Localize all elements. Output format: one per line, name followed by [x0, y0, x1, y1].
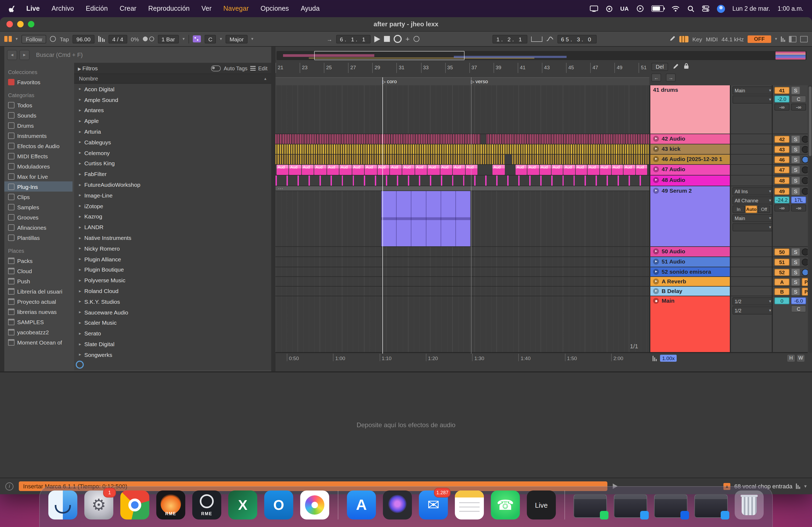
sidebar-category-item[interactable]: Drums: [4, 120, 73, 131]
auto-tags-toggle[interactable]: [211, 65, 221, 71]
pan-field[interactable]: 17L: [791, 196, 806, 204]
sidebar-place-item[interactable]: Moment Ocean of: [4, 337, 73, 347]
menu-item[interactable]: Crear: [119, 5, 136, 12]
sidebar-place-item[interactable]: Proyecto actual: [4, 296, 73, 306]
nudge-left-button[interactable]: [651, 74, 661, 81]
plugin-list-item[interactable]: Serato: [74, 328, 271, 339]
sidebar-item-favoritos[interactable]: Favoritos: [4, 77, 73, 87]
draw-mode-icon[interactable]: [670, 35, 676, 42]
audio-clip[interactable]: Aud: [564, 165, 575, 175]
clip-lane[interactable]: [276, 277, 649, 286]
monitor-off-button[interactable]: Off: [758, 206, 770, 213]
clip-lane[interactable]: ...: [276, 186, 649, 246]
sidebar-place-item[interactable]: Packs: [4, 255, 73, 266]
zoom-value[interactable]: 1.00x: [660, 355, 677, 362]
track-header[interactable]: 51 Audio: [650, 257, 730, 267]
audio-clip[interactable]: Aud: [315, 165, 327, 175]
plugin-list-item[interactable]: Polyverse Music: [74, 275, 271, 286]
dock-finder-icon[interactable]: [48, 491, 77, 520]
locator-coro[interactable]: coro: [382, 78, 397, 84]
groove-amount-field[interactable]: 0%: [131, 36, 139, 42]
audio-clip[interactable]: Aud: [612, 165, 623, 175]
now-playing-icon[interactable]: [636, 5, 644, 12]
audio-clip[interactable]: Aud: [415, 165, 427, 175]
solo-button[interactable]: S: [791, 288, 800, 296]
track-header[interactable]: 47 Audio: [650, 165, 730, 175]
clip-lane[interactable]: [276, 85, 649, 134]
vertical-scrollbar[interactable]: [808, 85, 812, 353]
locator-verso[interactable]: verso: [471, 78, 488, 84]
plugin-list-item[interactable]: iZotope: [74, 201, 271, 211]
sidebar-category-item[interactable]: Sounds: [4, 110, 73, 120]
audio-clip[interactable]: Aud: [539, 165, 551, 175]
audio-clip[interactable]: Aud: [365, 165, 377, 175]
wifi-icon[interactable]: [671, 5, 680, 12]
input-routing-chooser[interactable]: All Ins: [733, 187, 772, 195]
track-header[interactable]: 50 Audio: [650, 247, 730, 257]
track-header[interactable]: 48 Audio: [650, 176, 730, 186]
arm-button[interactable]: [802, 269, 808, 276]
track-header[interactable]: A Reverb: [650, 277, 730, 286]
track-activator[interactable]: 41: [774, 87, 789, 94]
solo-button[interactable]: S: [791, 278, 800, 286]
menu-item[interactable]: Navegar: [223, 5, 249, 12]
menu-item[interactable]: Ayuda: [301, 5, 320, 12]
dock-trash-icon[interactable]: [735, 491, 764, 520]
plugin-list-item[interactable]: Sauceware Audio: [74, 307, 271, 317]
arm-button[interactable]: [802, 166, 808, 174]
insert-marker-line[interactable]: [382, 77, 383, 353]
name-column-header[interactable]: Nombre: [74, 74, 271, 84]
zoom-width-button[interactable]: W: [797, 355, 804, 362]
clip-lane[interactable]: [276, 247, 649, 257]
track-activator[interactable]: 48: [774, 177, 789, 184]
audio-clip[interactable]: Aud: [576, 165, 587, 175]
sidebar-category-item[interactable]: Instruments: [4, 131, 73, 140]
clip-lane[interactable]: [276, 267, 649, 276]
volume-field[interactable]: -2.0: [774, 95, 789, 103]
clip-lane[interactable]: [276, 176, 649, 186]
dock-mail-icon[interactable]: 1.287: [419, 491, 448, 520]
session-record-icon[interactable]: [413, 36, 419, 42]
dock-rme-digicheck-icon[interactable]: RME: [192, 491, 221, 520]
audio-clip[interactable]: Aud: [492, 165, 505, 175]
audio-clip[interactable]: Aud: [552, 165, 563, 175]
dock-whatsapp-icon[interactable]: [491, 491, 520, 520]
browser-toggle-icon[interactable]: [789, 36, 796, 42]
volume-field[interactable]: 0: [774, 297, 789, 304]
monitor-auto-button[interactable]: Auto: [745, 206, 757, 213]
send-a-field[interactable]: -∞: [774, 104, 789, 110]
dock-rme-totalmix-icon[interactable]: RME: [156, 491, 185, 520]
plugin-list-item[interactable]: Kazrog: [74, 211, 271, 222]
plugin-list-item[interactable]: Apple: [74, 116, 271, 126]
menu-item[interactable]: Edición: [86, 5, 108, 12]
track-activator[interactable]: 52: [774, 269, 789, 276]
clip-lane[interactable]: [276, 257, 649, 267]
plugin-list-item[interactable]: Arturia: [74, 126, 271, 137]
dock-outlook-icon[interactable]: O: [264, 491, 293, 520]
browser-forward-button[interactable]: [19, 50, 30, 60]
groove-pool-icon[interactable]: [143, 36, 154, 41]
beat-time-ruler[interactable]: 2123252729313335373941434547495153: [276, 63, 649, 73]
track-activator[interactable]: 42: [774, 136, 789, 143]
send-b-field[interactable]: -∞: [791, 104, 806, 110]
plugin-list-item[interactable]: FutureAudioWorkshop: [74, 179, 271, 190]
solo-button[interactable]: S: [791, 146, 800, 153]
arm-button[interactable]: [802, 146, 808, 153]
sidebar-category-item[interactable]: Moduladores: [4, 161, 73, 171]
track-header[interactable]: Main: [650, 296, 730, 352]
sidebar-category-item[interactable]: Plantillas: [4, 232, 73, 243]
solo-button[interactable]: S: [791, 248, 800, 256]
track-header[interactable]: 41 drums: [650, 85, 730, 134]
apple-menu-icon[interactable]: [9, 4, 16, 13]
dock-notes-icon[interactable]: [455, 491, 484, 520]
sidebar-category-item[interactable]: Grooves: [4, 212, 73, 222]
input-channel-chooser[interactable]: All Channe: [733, 196, 772, 205]
window-thumbnail[interactable]: [574, 494, 607, 518]
track-header[interactable]: 46 Audio [2025-12-20 1: [650, 154, 730, 164]
plugin-list-item[interactable]: Nicky Romero: [74, 243, 271, 254]
sidebar-category-item[interactable]: Efectos de Audio: [4, 140, 73, 151]
audio-clip[interactable]: Aud: [377, 165, 389, 175]
browser-back-button[interactable]: [7, 50, 17, 60]
solo-button[interactable]: S: [791, 268, 800, 276]
quantize-field[interactable]: 1 Bar: [158, 35, 178, 43]
